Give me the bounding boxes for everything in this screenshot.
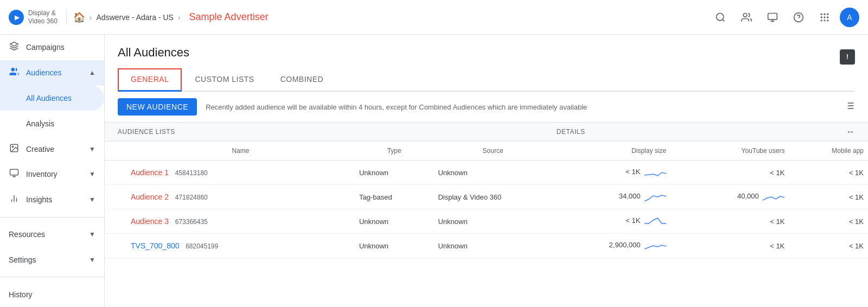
svg-point-15 bbox=[824, 20, 825, 21]
audience-link-2[interactable]: Audience 2 bbox=[131, 193, 169, 201]
audiences-chevron: ▲ bbox=[89, 69, 95, 76]
svg-line-1 bbox=[723, 19, 725, 21]
svg-point-20 bbox=[12, 146, 13, 147]
campaigns-icon bbox=[9, 41, 20, 53]
cell-type-2: Tag-based bbox=[355, 185, 434, 209]
cell-source-1: Unknown bbox=[433, 161, 552, 185]
contacts-icon[interactable] bbox=[736, 7, 757, 28]
new-audience-button[interactable]: NEW AUDIENCE bbox=[118, 98, 197, 116]
table-section-header: Audience Lists Details ↔ bbox=[105, 123, 868, 142]
sidebar-item-settings[interactable]: Settings ▼ bbox=[0, 247, 104, 272]
campaigns-label: Campaigns bbox=[26, 43, 65, 52]
settings-chevron: ▼ bbox=[89, 256, 95, 264]
creative-chevron: ▼ bbox=[89, 145, 95, 153]
table-row: Audience 3 673366435 Unknown Unknown < 1… bbox=[105, 209, 868, 234]
cell-youtube-1: < 1K bbox=[671, 161, 789, 185]
cell-display-1: < 1K bbox=[552, 161, 671, 185]
resources-label: Resources bbox=[9, 230, 45, 239]
inventory-chevron: ▼ bbox=[89, 170, 95, 178]
insights-label: Insights bbox=[26, 195, 52, 204]
svg-point-2 bbox=[743, 13, 747, 17]
history-label: History bbox=[9, 290, 33, 299]
insights-chevron: ▼ bbox=[89, 196, 95, 203]
help-icon[interactable] bbox=[788, 7, 809, 28]
cell-source-2: Display & Video 360 bbox=[433, 185, 552, 209]
tab-general[interactable]: GENERAL bbox=[118, 68, 182, 92]
filter-icon[interactable] bbox=[844, 100, 855, 114]
svg-point-10 bbox=[827, 13, 828, 15]
topnav-icons: A bbox=[710, 7, 859, 28]
svg-point-14 bbox=[821, 20, 822, 21]
sidebar-item-inventory[interactable]: Inventory ▼ bbox=[0, 162, 104, 187]
cell-type-4: Unknown bbox=[355, 234, 434, 258]
insights-icon bbox=[9, 194, 20, 206]
resources-chevron: ▼ bbox=[89, 231, 95, 238]
svg-point-9 bbox=[824, 13, 825, 15]
cell-display-3: < 1K bbox=[552, 209, 671, 234]
svg-point-0 bbox=[717, 13, 724, 20]
cell-mobile-2: < 1K bbox=[789, 185, 868, 209]
sidebar-item-audiences[interactable]: Audiences ▲ bbox=[0, 60, 104, 86]
audience-id-3: 673366435 bbox=[175, 218, 208, 226]
sidebar-divider-2 bbox=[0, 277, 104, 277]
user-avatar[interactable]: A bbox=[840, 8, 859, 27]
tab-custom-lists[interactable]: CUSTOM LISTS bbox=[182, 68, 267, 92]
cell-name-2: Audience 2 471824860 bbox=[105, 185, 355, 209]
table-row: TVS_700_800 682045199 Unknown Unknown 2,… bbox=[105, 234, 868, 258]
col-mobile-app: Mobile app bbox=[789, 142, 868, 161]
sidebar-item-resources[interactable]: Resources ▼ bbox=[0, 222, 104, 247]
top-navigation: Display & Video 360 🏠 › Adswerve - Adara… bbox=[0, 0, 868, 35]
tab-combined[interactable]: COMBINED bbox=[267, 68, 336, 92]
app-logo[interactable]: Display & Video 360 bbox=[9, 9, 67, 25]
logo-icon bbox=[9, 10, 24, 25]
audience-link-1[interactable]: Audience 1 bbox=[131, 168, 169, 177]
sidebar-item-creative[interactable]: Creative ▼ bbox=[0, 136, 104, 162]
sidebar-item-insights[interactable]: Insights ▼ bbox=[0, 187, 104, 213]
col-type: Type bbox=[355, 142, 434, 161]
page-title: All Audiences bbox=[118, 46, 189, 60]
app-body: Campaigns Audiences ▲ All Audiences Anal… bbox=[0, 35, 868, 307]
cell-type-1: Unknown bbox=[355, 161, 434, 185]
sidebar-item-all-audiences[interactable]: All Audiences bbox=[0, 86, 104, 111]
table-row: Audience 1 458413180 Unknown Unknown < 1… bbox=[105, 161, 868, 185]
home-icon[interactable]: 🏠 bbox=[73, 11, 85, 23]
svg-point-18 bbox=[11, 68, 15, 71]
cell-mobile-3: < 1K bbox=[789, 209, 868, 234]
audiences-icon bbox=[9, 67, 20, 79]
breadcrumb-advertiser[interactable]: Sample Advertiser bbox=[189, 11, 269, 23]
table-container: Audience Lists Details ↔ Name Type Sourc… bbox=[105, 123, 868, 307]
cell-mobile-4: < 1K bbox=[789, 234, 868, 258]
audiences-label: Audiences bbox=[26, 68, 61, 77]
audience-link-4[interactable]: TVS_700_800 bbox=[131, 241, 180, 250]
apps-icon[interactable] bbox=[814, 7, 835, 28]
settings-label: Settings bbox=[9, 255, 36, 264]
cell-name-4: TVS_700_800 682045199 bbox=[105, 234, 355, 258]
details-header: Details ↔ bbox=[552, 123, 868, 142]
audience-link-3[interactable]: Audience 3 bbox=[131, 217, 169, 226]
svg-point-11 bbox=[821, 16, 822, 18]
audience-id-4: 682045199 bbox=[186, 242, 218, 250]
search-icon[interactable] bbox=[710, 7, 731, 28]
audiences-table: Audience Lists Details ↔ Name Type Sourc… bbox=[105, 123, 868, 258]
sidebar-item-history[interactable]: History bbox=[0, 282, 104, 307]
cell-name-3: Audience 3 673366435 bbox=[105, 209, 355, 234]
cell-source-4: Unknown bbox=[433, 234, 552, 258]
cell-source-3: Unknown bbox=[433, 209, 552, 234]
expand-columns-icon[interactable]: ↔ bbox=[846, 127, 856, 137]
cell-display-2: 34,000 bbox=[552, 185, 671, 209]
analysis-label: Analysis bbox=[26, 119, 54, 128]
col-youtube-users: YouTube users bbox=[671, 142, 789, 161]
sidebar: Campaigns Audiences ▲ All Audiences Anal… bbox=[0, 35, 105, 307]
reports-icon[interactable] bbox=[762, 7, 783, 28]
sidebar-item-analysis[interactable]: Analysis bbox=[0, 111, 104, 136]
info-button[interactable]: ! bbox=[840, 49, 855, 65]
breadcrumb: 🏠 › Adswerve - Adara - US › Sample Adver… bbox=[73, 11, 269, 23]
svg-point-13 bbox=[827, 16, 828, 18]
tabs: GENERAL CUSTOM LISTS COMBINED bbox=[118, 68, 855, 92]
app-name: Display & Video 360 bbox=[28, 9, 58, 25]
cell-youtube-2: 40,000 bbox=[671, 185, 789, 209]
cell-display-4: 2,900,000 bbox=[552, 234, 671, 258]
svg-point-12 bbox=[824, 16, 825, 18]
breadcrumb-partner[interactable]: Adswerve - Adara - US bbox=[97, 13, 174, 22]
sidebar-item-campaigns[interactable]: Campaigns bbox=[0, 35, 104, 60]
